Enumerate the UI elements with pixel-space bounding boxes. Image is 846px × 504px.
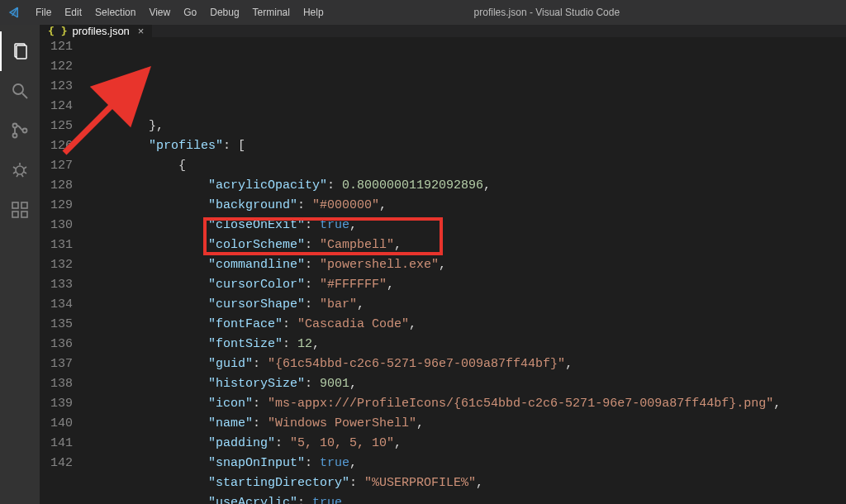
menu-help[interactable]: Help — [297, 0, 330, 25]
code-line[interactable]: "icon": "ms-appx:///ProfileIcons/{61c54b… — [89, 394, 846, 414]
line-number: 130 — [40, 216, 73, 235]
search-icon[interactable] — [0, 71, 40, 111]
svg-point-7 — [16, 166, 24, 174]
code-line[interactable]: "cursorShape": "bar", — [89, 295, 846, 315]
svg-rect-15 — [12, 202, 18, 208]
svg-line-11 — [13, 172, 16, 174]
svg-line-3 — [22, 93, 27, 98]
menu-bar: File Edit Selection View Go Debug Termin… — [29, 0, 330, 25]
line-number: 134 — [40, 295, 73, 315]
line-number: 137 — [40, 354, 73, 374]
line-number: 136 — [40, 335, 73, 354]
code-line[interactable]: { — [89, 156, 846, 176]
code-line[interactable]: "acrylicOpacity": 0.80000001192092896, — [89, 176, 846, 196]
vscode-logo-icon — [0, 6, 29, 19]
svg-point-5 — [13, 134, 17, 138]
code-line[interactable]: "name": "Windows PowerShell", — [89, 414, 846, 434]
code-line[interactable]: "snapOnInput": true, — [89, 454, 846, 473]
svg-rect-16 — [12, 212, 18, 217]
line-number: 127 — [40, 156, 73, 176]
menu-terminal[interactable]: Terminal — [246, 0, 297, 25]
json-file-icon: { } — [48, 25, 67, 37]
code-line[interactable]: "useAcrylic": true — [89, 493, 846, 504]
close-icon[interactable]: × — [138, 25, 145, 37]
line-number: 123 — [40, 77, 73, 97]
code-line[interactable]: "historySize": 9001, — [89, 374, 846, 394]
svg-rect-18 — [21, 202, 27, 208]
code-line[interactable]: "background": "#000000", — [89, 196, 846, 216]
explorer-icon[interactable] — [0, 31, 40, 71]
code-line[interactable]: }, — [89, 116, 846, 136]
source-control-icon[interactable] — [0, 111, 40, 150]
line-number: 131 — [40, 235, 73, 255]
line-number: 138 — [40, 374, 73, 394]
svg-line-13 — [17, 174, 18, 177]
window-title: profiles.json - Visual Studio Code — [330, 7, 846, 18]
code-line[interactable]: "profiles": [ — [89, 136, 846, 156]
menu-selection[interactable]: Selection — [88, 0, 142, 25]
svg-line-10 — [24, 167, 26, 169]
svg-rect-1 — [17, 45, 26, 59]
line-number: 126 — [40, 136, 73, 156]
menu-go[interactable]: Go — [177, 0, 203, 25]
code-line[interactable]: "fontFace": "Cascadia Code", — [89, 315, 846, 335]
line-number: 133 — [40, 275, 73, 295]
svg-line-12 — [24, 172, 26, 174]
activity-bar — [0, 25, 40, 504]
line-number: 135 — [40, 315, 73, 335]
line-number-gutter: 1211221231241251261271281291301311321331… — [40, 37, 89, 504]
svg-line-14 — [21, 174, 23, 177]
code-lines[interactable]: }, "profiles": [ { "acrylicOpacity": 0.8… — [89, 37, 846, 504]
line-number: 125 — [40, 116, 73, 136]
line-number: 128 — [40, 176, 73, 196]
code-line[interactable]: "colorScheme": "Campbell", — [89, 235, 846, 255]
menu-edit[interactable]: Edit — [58, 0, 88, 25]
debug-icon[interactable] — [0, 150, 40, 190]
title-bar: File Edit Selection View Go Debug Termin… — [0, 0, 846, 25]
code-line[interactable]: "guid": "{61c54bbd-c2c6-5271-96e7-009a87… — [89, 354, 846, 374]
code-line[interactable]: "closeOnExit": true, — [89, 216, 846, 235]
line-number: 124 — [40, 97, 73, 116]
line-number: 139 — [40, 394, 73, 414]
svg-point-2 — [13, 84, 23, 94]
menu-debug[interactable]: Debug — [203, 0, 245, 25]
svg-rect-17 — [21, 212, 27, 217]
line-number: 121 — [40, 37, 73, 57]
tab-label: profiles.json — [72, 25, 129, 37]
line-number: 141 — [40, 434, 73, 454]
line-number: 132 — [40, 255, 73, 275]
line-number: 129 — [40, 196, 73, 216]
line-number: 142 — [40, 454, 73, 473]
extensions-icon[interactable] — [0, 190, 40, 230]
line-number: 122 — [40, 57, 73, 77]
code-line[interactable]: "startingDirectory": "%USERPROFILE%", — [89, 473, 846, 493]
code-line[interactable]: "fontSize": 12, — [89, 335, 846, 354]
line-number: 140 — [40, 414, 73, 434]
code-editor[interactable]: 1211221231241251261271281291301311321331… — [40, 37, 846, 504]
tab-bar: { } profiles.json × — [40, 25, 846, 37]
menu-view[interactable]: View — [142, 0, 177, 25]
code-line[interactable]: "padding": "5, 10, 5, 10", — [89, 434, 846, 454]
code-line[interactable]: "cursorColor": "#FFFFFF", — [89, 275, 846, 295]
svg-line-9 — [13, 167, 16, 169]
tab-profiles-json[interactable]: { } profiles.json × — [40, 25, 153, 37]
svg-point-6 — [23, 129, 27, 133]
code-line[interactable]: "commandline": "powershell.exe", — [89, 255, 846, 275]
svg-point-4 — [13, 124, 17, 128]
menu-file[interactable]: File — [29, 0, 58, 25]
